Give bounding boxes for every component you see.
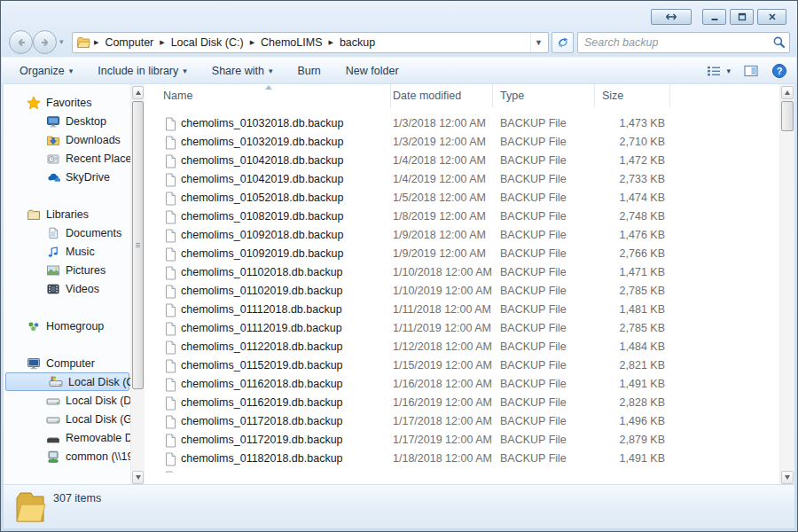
file-row[interactable]: chemolims_01092019.db.backup1/9/2019 12:… [152,245,779,263]
sidebar-scrollbar[interactable] [130,84,145,486]
sidebar-group-favorites: FavoritesDesktopDownloadsRecent PlacesSk… [4,93,130,186]
breadcrumb: ▶Computer▶Local Disk (C:)▶ChemoLIMS▶back… [90,35,378,51]
file-row[interactable]: chemolims_01092018.db.backup1/9/2018 12:… [152,226,779,245]
titlebar[interactable] [1,1,797,29]
sidebar-item-skydrive[interactable]: SkyDrive [4,168,130,186]
column-header-date-modified[interactable]: Date modified [391,84,493,107]
file-type: BACKUP File [493,114,595,133]
toolbar-button-organize[interactable]: Organize▾ [11,61,82,81]
back-button[interactable] [9,30,33,54]
file-page-icon [164,285,177,299]
sidebar-item-removable-disk[interactable]: Removable Disk [4,428,130,447]
file-row[interactable]: chemolims_01182018.db.backup1/18/2018 12… [152,450,779,468]
toolbar-button-label: Share with [212,65,264,77]
sidebar-item-local-disk-c[interactable]: Local Disk (C:) [5,372,129,391]
file-row[interactable]: chemolims_01152019.db.backup1/15/2019 12… [152,356,779,375]
breadcrumb-item-computer[interactable]: Computer [102,35,156,51]
help-button[interactable]: ? [771,63,787,79]
sort-ascending-icon [265,85,272,90]
file-row[interactable]: chemolims_01032019.db.backup1/3/2019 12:… [152,133,779,152]
file-date-modified: 1/15/2019 12:00 AM [391,356,493,375]
file-size: 2,877 KB [595,468,670,473]
file-page-icon [164,471,177,473]
file-size: 2,766 KB [595,245,670,263]
maximize-button[interactable] [730,9,754,25]
file-row[interactable]: chemolims_01042019.db.backup1/4/2019 12:… [152,170,779,189]
toolbar-button-burn[interactable]: Burn [288,61,329,81]
sidebar-item-homegroup[interactable]: Homegroup [4,317,130,335]
search-icon[interactable] [770,35,789,50]
minimize-button[interactable] [702,9,726,25]
address-dropdown-button[interactable]: ▼ [530,33,546,52]
scroll-down-icon[interactable] [132,471,144,484]
file-type: BACKUP File [493,468,595,473]
sidebar-item-downloads[interactable]: Downloads [4,130,130,149]
column-header-size[interactable]: Size [595,84,670,107]
scroll-up-icon[interactable] [781,86,794,99]
sidebar-item-libraries[interactable]: Libraries [4,205,130,223]
toolbar-button-new-folder[interactable]: New folder [337,61,408,81]
sidebar-item-desktop[interactable]: Desktop [4,112,130,130]
breadcrumb-item-backup[interactable]: backup [337,35,378,51]
file-row[interactable]: chemolims_01172019.db.backup1/17/2019 12… [152,431,779,450]
sidebar-item-label: Music [66,246,95,258]
file-name-label: chemolims_01042019.db.backup [181,170,343,189]
file-row[interactable]: chemolims_01112019.db.backup1/11/2019 12… [152,319,779,338]
sidebar-item-label: common (\\192 [66,450,130,463]
file-row[interactable]: chemolims_01172018.db.backup1/17/2018 12… [152,412,779,431]
file-name: chemolims_01112019.db.backup [152,319,391,338]
file-row[interactable]: chemolims_01112018.db.backup1/11/2018 12… [152,301,779,319]
sidebar-item-favorites[interactable]: Favorites [4,93,130,112]
sidebar-scrollbar-thumb[interactable] [132,101,144,389]
file-date-modified: 1/16/2019 12:00 AM [391,394,493,412]
resize-button[interactable] [651,9,692,25]
sidebar-item-label: Local Disk (C:) [68,376,130,388]
breadcrumb-item-local-disk-c[interactable]: Local Disk (C:) [168,35,246,51]
sidebar-item-music[interactable]: Music [4,242,130,261]
file-type: BACKUP File [493,152,595,170]
file-row[interactable]: chemolims_01032018.db.backup1/3/2018 12:… [152,114,779,133]
sidebar-item-local-disk-d[interactable]: Local Disk (D:) [4,391,130,410]
file-row[interactable]: chemolims_01122018.db.backup1/12/2018 12… [152,338,779,356]
scroll-up-icon[interactable] [132,86,144,99]
file-row[interactable]: chemolims_01102018.db.backup1/10/2018 12… [152,263,779,282]
preview-pane-button[interactable] [743,64,759,78]
sidebar-item-common-192[interactable]: common (\\192 [4,447,130,466]
file-row[interactable]: chemolims_01162019.db.backup1/16/2019 12… [152,394,779,412]
scroll-down-icon[interactable] [781,471,794,484]
column-header-name[interactable]: Name [152,84,391,107]
sidebar-item-recent-places[interactable]: Recent Places [4,149,130,168]
list-scrollbar-thumb[interactable] [781,101,794,131]
file-page-icon [164,117,177,131]
file-row[interactable]: chemolims_01082019.db.backup1/8/2019 12:… [152,207,779,226]
file-name: chemolims_01172019.db.backup [152,431,391,450]
refresh-button[interactable] [552,32,574,53]
sidebar-item-label: Local Disk (G:) [66,413,130,426]
file-row[interactable]: chemolims_01052018.db.backup1/5/2018 12:… [152,189,779,207]
file-type: BACKUP File [493,412,595,431]
search-input[interactable] [578,34,770,51]
file-row[interactable]: chemolims_01042018.db.backup1/4/2018 12:… [152,152,779,170]
sidebar-item-documents[interactable]: Documents [4,223,130,242]
close-button[interactable] [757,9,786,25]
forward-button[interactable] [33,30,57,54]
toolbar-button-share-with[interactable]: Share with▾ [203,61,282,81]
list-scrollbar[interactable] [779,84,794,486]
file-size: 1,491 KB [595,450,670,468]
file-row[interactable]: chemolims_01102019.db.backup1/10/2019 12… [152,282,779,301]
forward-arrow-icon [38,35,52,50]
file-row[interactable]: chemolims_01182019.db.backup1/18/2019 12… [152,468,779,473]
sidebar-item-computer[interactable]: Computer [4,354,130,372]
column-header-type[interactable]: Type [493,84,595,107]
sidebar-item-pictures[interactable]: Pictures [4,261,130,279]
breadcrumb-item-chemolims[interactable]: ChemoLIMS [258,35,325,51]
sidebar-item-local-disk-g[interactable]: Local Disk (G:) [4,410,130,428]
file-size: 2,879 KB [595,431,670,450]
recent-pages-chevron-icon[interactable]: ▾ [59,37,64,46]
address-bar[interactable]: ▶Computer▶Local Disk (C:)▶ChemoLIMS▶back… [72,32,549,53]
toolbar-button-include-in-library[interactable]: Include in library▾ [89,61,196,81]
sidebar-item-videos[interactable]: Videos [4,279,130,298]
file-row[interactable]: chemolims_01162018.db.backup1/16/2018 12… [152,375,779,394]
sidebar-item-label: Favorites [46,97,91,109]
change-view-button[interactable]: ▾ [706,64,731,78]
